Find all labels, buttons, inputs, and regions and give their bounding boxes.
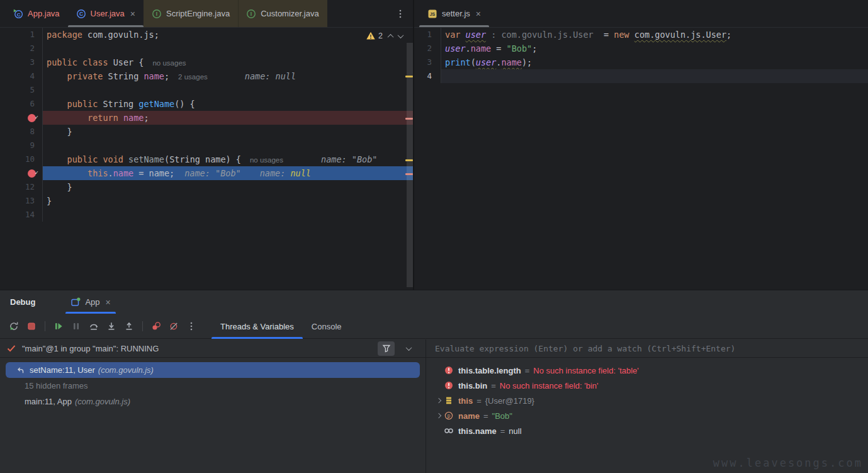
code-content[interactable] bbox=[43, 139, 413, 152]
step-into-button[interactable] bbox=[103, 318, 120, 334]
expand-chevron-icon[interactable] bbox=[436, 398, 441, 403]
gutter-line-2[interactable]: 2 bbox=[0, 42, 43, 55]
expand-chevron-icon[interactable] bbox=[436, 413, 441, 418]
evaluate-expression-input[interactable] bbox=[426, 339, 868, 357]
code-content[interactable] bbox=[441, 69, 868, 83]
gutter-line-8[interactable]: 8 bbox=[0, 125, 43, 139]
code-content[interactable]: public class User {no usages bbox=[43, 55, 413, 69]
debug-tab-console[interactable]: Console bbox=[303, 314, 351, 339]
frame-row[interactable]: 15 hidden frames bbox=[6, 378, 420, 394]
pause-button[interactable] bbox=[67, 318, 85, 334]
step-over-button[interactable] bbox=[85, 318, 103, 334]
chevron-cell bbox=[434, 414, 444, 418]
tab-options-menu-icon[interactable] bbox=[395, 0, 405, 27]
code-content[interactable]: private String name;2 usagesname: null bbox=[43, 69, 413, 83]
code-content[interactable]: this.name = name;name: "Bob"name: null bbox=[43, 166, 413, 180]
gutter-line-13[interactable]: 13 bbox=[0, 194, 43, 208]
view-breakpoints-button[interactable] bbox=[147, 318, 165, 334]
scrollbar-thumb[interactable] bbox=[407, 43, 413, 287]
code-content[interactable]: package com.govuln.js; bbox=[43, 28, 413, 42]
code-content[interactable] bbox=[43, 208, 413, 222]
code-token: print bbox=[445, 57, 471, 67]
variable-row[interactable]: this.name=null bbox=[426, 423, 868, 438]
session-tab-app[interactable]: App × bbox=[65, 290, 115, 314]
code-content[interactable] bbox=[43, 83, 413, 97]
code-token: String bbox=[103, 71, 144, 81]
next-problem-icon[interactable] bbox=[398, 32, 404, 38]
editor-tab-scriptengine-java[interactable]: IScriptEngine.java bbox=[144, 0, 238, 27]
editor-tab-customizer-java[interactable]: ICustomizer.java bbox=[238, 0, 327, 27]
code-content[interactable]: var user : com.govuln.js.User = new com.… bbox=[441, 28, 868, 42]
frame-row[interactable]: main:11, App(com.govuln.js) bbox=[6, 394, 420, 409]
stop-button[interactable] bbox=[23, 318, 40, 334]
scrollbar-breakpoint-mark[interactable] bbox=[405, 173, 413, 175]
thread-selector[interactable]: "main"@1 in group "main": RUNNING bbox=[0, 339, 426, 358]
close-icon[interactable]: × bbox=[476, 9, 481, 18]
code-token: () { bbox=[174, 99, 195, 109]
code-token: name: "Bob" bbox=[184, 168, 240, 178]
variable-row[interactable]: this={User@1719} bbox=[426, 393, 868, 408]
editor-pane-right: JSsetter.js× 1var user : com.govuln.js.U… bbox=[414, 0, 868, 290]
scrollbar-breakpoint-mark[interactable] bbox=[405, 118, 413, 120]
gutter-line-14[interactable]: 14 bbox=[0, 208, 43, 222]
gutter-line-5[interactable]: 5 bbox=[0, 83, 43, 97]
thread-dropdown-chevron[interactable] bbox=[400, 346, 417, 351]
code-token: user bbox=[466, 30, 487, 40]
editor-tab-setter-js[interactable]: JSsetter.js× bbox=[419, 0, 489, 27]
resume-button[interactable] bbox=[50, 318, 67, 334]
code-token: 2 usages bbox=[178, 73, 208, 81]
code-content[interactable]: } bbox=[43, 125, 413, 139]
editor-scrollbar[interactable] bbox=[407, 28, 413, 290]
variable-row[interactable]: this.bin=No such instance field: 'bin' bbox=[426, 378, 868, 393]
java-editor[interactable]: 2 1package com.govuln.js;23public class … bbox=[0, 28, 413, 222]
code-token: return bbox=[87, 113, 118, 123]
debug-tab-threads-variables[interactable]: Threads & Variables bbox=[211, 314, 303, 339]
breakpoint-icon[interactable] bbox=[28, 169, 36, 178]
file-type-class-run-icon: C bbox=[13, 9, 23, 19]
code-line-3: 3print(user.name); bbox=[414, 55, 868, 69]
rerun-button[interactable] bbox=[5, 318, 23, 334]
inspection-widget[interactable]: 2 bbox=[366, 30, 403, 42]
code-content[interactable]: print(user.name); bbox=[441, 55, 868, 69]
gutter-line-3[interactable]: 3 bbox=[0, 55, 43, 69]
mute-breakpoints-button[interactable] bbox=[165, 318, 183, 334]
variable-row[interactable]: pname="Bob" bbox=[426, 408, 868, 423]
editor-tab-app-java[interactable]: CApp.java bbox=[5, 0, 68, 27]
gutter-line-12[interactable]: 12 bbox=[0, 180, 43, 194]
close-icon[interactable]: × bbox=[130, 9, 135, 18]
code-content[interactable]: } bbox=[43, 194, 413, 208]
js-editor[interactable]: 1var user : com.govuln.js.User = new com… bbox=[414, 28, 868, 83]
gutter-line-6[interactable]: 6 bbox=[0, 97, 43, 111]
code-content[interactable]: return name; bbox=[43, 111, 413, 125]
scrollbar-warning-mark[interactable] bbox=[405, 159, 413, 161]
gutter-line-4[interactable]: 4 bbox=[414, 69, 441, 83]
variable-row[interactable]: this.table.length=No such instance field… bbox=[426, 363, 868, 378]
editor-tab-user-java[interactable]: CUser.java× bbox=[68, 0, 144, 27]
step-out-button[interactable] bbox=[120, 318, 138, 334]
code-content[interactable]: public void setName(String name) {no usa… bbox=[43, 152, 413, 166]
gutter-line-3[interactable]: 3 bbox=[414, 55, 441, 69]
gutter-line-1[interactable]: 1 bbox=[0, 28, 43, 42]
code-content[interactable] bbox=[43, 42, 413, 55]
close-icon[interactable]: × bbox=[106, 297, 111, 307]
gutter-line-4[interactable]: 4 bbox=[0, 69, 43, 83]
code-token: ( bbox=[471, 57, 476, 67]
gutter-line-9[interactable]: 9 bbox=[0, 139, 43, 152]
code-content[interactable]: } bbox=[43, 180, 413, 194]
frame-row[interactable]: setName:11, User(com.govuln.js) bbox=[6, 362, 420, 378]
gutter-line-1[interactable]: 1 bbox=[414, 28, 441, 42]
code-content[interactable]: user.name = "Bob"; bbox=[441, 42, 868, 55]
filter-frames-button[interactable] bbox=[378, 341, 395, 356]
code-line-7: return name; bbox=[0, 111, 413, 125]
code-content[interactable]: public String getName() { bbox=[43, 97, 413, 111]
breakpoint-gutter-line-11[interactable] bbox=[0, 166, 43, 180]
prev-problem-icon[interactable] bbox=[388, 33, 394, 40]
gutter-line-2[interactable]: 2 bbox=[414, 42, 441, 55]
breakpoint-icon[interactable] bbox=[28, 114, 36, 122]
scrollbar-warning-mark[interactable] bbox=[405, 76, 413, 77]
more-button[interactable] bbox=[183, 318, 200, 334]
variable-name: this.table.length bbox=[458, 366, 521, 375]
breakpoint-gutter-line-7[interactable] bbox=[0, 111, 43, 125]
code-line-9: 9 bbox=[0, 139, 413, 152]
gutter-line-10[interactable]: 10 bbox=[0, 152, 43, 166]
